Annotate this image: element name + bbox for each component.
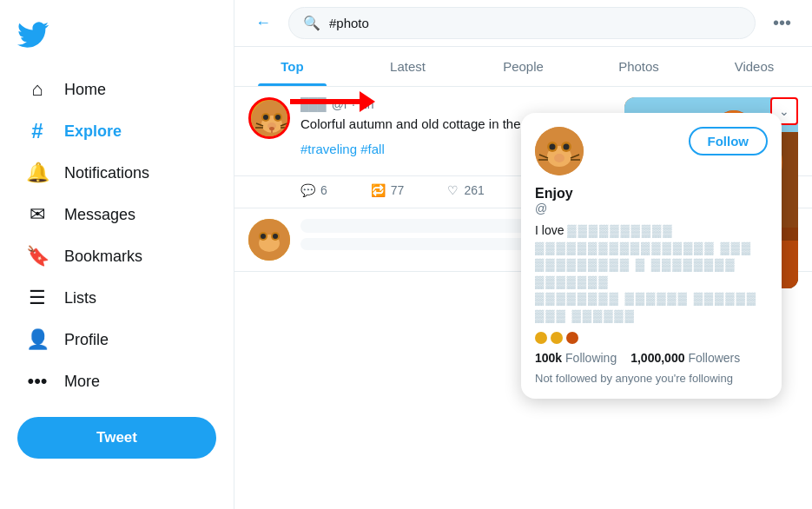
sidebar-item-notifications-label: Notifications [64, 164, 149, 182]
popup-bio-visible: I love [535, 223, 567, 237]
popup-name: Enjoy [535, 186, 768, 202]
sidebar-item-more[interactable]: ••• More [9, 361, 225, 401]
sidebar-item-more-label: More [64, 373, 100, 391]
main-content: ← 🔍 ••• Top Latest People Photos Videos [234, 0, 812, 509]
following-count: 100k [535, 351, 562, 365]
followers-label: Followers [688, 351, 740, 365]
reply-count: 6 [320, 183, 327, 197]
tab-videos[interactable]: Videos [696, 47, 812, 86]
sidebar-item-messages-label: Messages [64, 206, 135, 224]
reply-icon: 💬 [300, 183, 315, 197]
following-label: Following [565, 351, 617, 365]
popup-dots [535, 332, 768, 344]
second-avatar [248, 219, 290, 261]
tab-top[interactable]: Top [234, 47, 350, 86]
tweet-button[interactable]: Tweet [17, 417, 216, 459]
sidebar-item-bookmarks-label: Bookmarks [64, 248, 142, 266]
popup-bio: I love ▓▓▓▓▓▓▓▓▓▓ ▓▓▓▓▓▓▓▓▓▓▓▓▓▓▓▓▓ ▓▓▓ … [535, 222, 768, 325]
svg-point-34 [261, 234, 266, 239]
svg-point-40 [550, 144, 556, 150]
sidebar-item-notifications[interactable]: 🔔 Notifications [9, 153, 225, 193]
follow-arrow-container [290, 91, 375, 112]
popup-header: Follow [535, 127, 768, 175]
explore-icon: # [26, 120, 49, 142]
home-icon: ⌂ [26, 78, 49, 101]
bookmarks-icon: 🔖 [26, 245, 49, 268]
arrow-line [290, 99, 360, 104]
sidebar-item-messages[interactable]: ✉ Messages [9, 195, 225, 235]
sidebar-item-lists[interactable]: ☰ Lists [9, 278, 225, 318]
svg-point-41 [564, 144, 570, 150]
sidebar-item-profile[interactable]: 👤 Profile [9, 320, 225, 360]
avatar [248, 97, 290, 139]
popup-avatar [535, 127, 584, 175]
popup-handle: @ [535, 202, 768, 215]
arrow-head [360, 91, 375, 112]
tab-people[interactable]: People [465, 47, 581, 86]
sidebar-item-explore[interactable]: # Explore [9, 111, 225, 151]
popup-bio-blurred-2: ▓▓▓▓▓▓▓▓▓ ▓ ▓▓▓▓▓▓▓▓ ▓▓▓▓▓▓▓ [535, 257, 736, 288]
dot-1 [535, 332, 547, 344]
dot-2 [551, 332, 563, 344]
svg-point-4 [263, 115, 268, 120]
top-bar: ← 🔍 ••• [234, 0, 812, 47]
tabs-bar: Top Latest People Photos Videos [234, 47, 812, 87]
sidebar-item-bookmarks[interactable]: 🔖 Bookmarks [9, 236, 225, 276]
retweet-action[interactable]: 🔁 77 [371, 183, 405, 197]
sidebar-item-home-label: Home [64, 81, 106, 99]
notifications-icon: 🔔 [26, 162, 49, 184]
popup-bio-blurred-3: ▓▓▓▓▓▓▓▓ ▓▓▓▓▓▓ ▓▓▓▓▓▓ ▓▓▓ ▓▓▓▓▓▓ [535, 291, 757, 322]
like-count: 261 [464, 183, 484, 197]
sidebar: ⌂ Home # Explore 🔔 Notifications ✉ Messa… [0, 0, 234, 509]
followers-count: 1,000,000 [630, 351, 684, 365]
sidebar-item-profile-label: Profile [64, 331, 109, 349]
svg-point-35 [273, 234, 278, 239]
search-input[interactable] [329, 16, 741, 30]
popup-footer: Not followed by anyone you're following [535, 372, 768, 385]
sidebar-nav: ⌂ Home # Explore 🔔 Notifications ✉ Messa… [0, 68, 234, 403]
more-icon: ••• [26, 370, 49, 393]
follow-button[interactable]: Follow [689, 127, 769, 155]
reply-action[interactable]: 💬 6 [300, 183, 327, 197]
sidebar-item-home[interactable]: ⌂ Home [9, 69, 225, 109]
popup-bio-blurred: ▓▓▓▓▓▓▓▓▓▓ ▓▓▓▓▓▓▓▓▓▓▓▓▓▓▓▓▓ ▓▓▓ [535, 223, 752, 254]
profile-icon: 👤 [26, 328, 49, 351]
like-icon: ♡ [447, 183, 459, 197]
following-stat: 100k Following [535, 351, 617, 365]
popup-stats: 100k Following 1,000,000 Followers [535, 351, 768, 365]
svg-point-5 [275, 115, 281, 120]
messages-icon: ✉ [26, 203, 49, 226]
search-icon: 🔍 [303, 15, 320, 31]
back-button[interactable]: ← [248, 9, 278, 38]
tab-photos[interactable]: Photos [581, 47, 696, 86]
sidebar-item-explore-label: Explore [64, 122, 122, 141]
followers-stat: 1,000,000 Followers [630, 351, 740, 365]
search-box: 🔍 [288, 7, 756, 39]
red-arrow [290, 91, 375, 112]
sidebar-item-lists-label: Lists [64, 289, 96, 307]
retweet-icon: 🔁 [371, 183, 386, 197]
svg-point-42 [554, 154, 564, 162]
retweet-count: 77 [391, 183, 405, 197]
like-action[interactable]: ♡ 261 [447, 183, 484, 197]
tab-latest[interactable]: Latest [350, 47, 465, 86]
profile-popup: Follow Enjoy @ I love ▓▓▓▓▓▓▓▓▓▓ ▓▓▓▓▓▓▓… [521, 113, 782, 399]
twitter-logo[interactable] [0, 9, 234, 68]
more-options-button[interactable]: ••• [766, 10, 798, 36]
dot-3 [566, 332, 578, 344]
lists-icon: ☰ [26, 287, 49, 309]
